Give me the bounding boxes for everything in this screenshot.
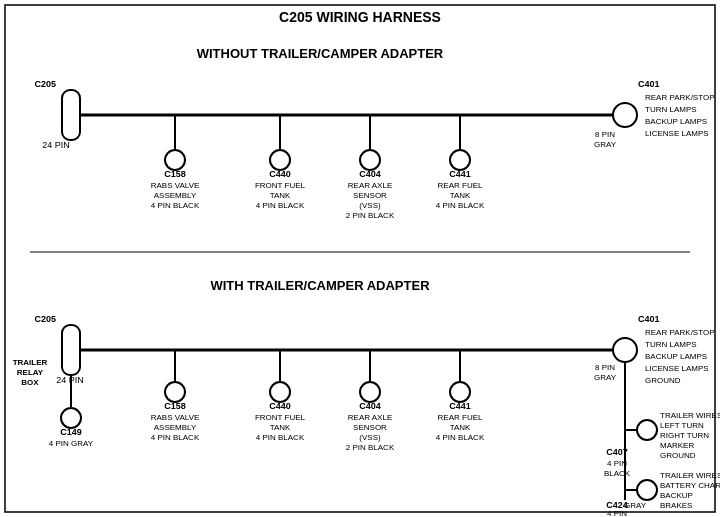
svg-rect-13	[62, 325, 80, 375]
c407-right1: TRAILER WIRES	[660, 411, 720, 420]
c401-sub-s2: 8 PIN	[595, 363, 615, 372]
c407-right3: RIGHT TURN	[660, 431, 709, 440]
c401-sub2-s1: GRAY	[594, 140, 617, 149]
c440-sub-s2: FRONT FUEL	[255, 413, 306, 422]
c401-right2-s1: TURN LAMPS	[645, 105, 697, 114]
c401-right1-s1: REAR PARK/STOP	[645, 93, 715, 102]
c205-label-s1: C205	[34, 79, 56, 89]
c401-id-s2: C401	[638, 314, 660, 324]
c158-sub2-s2: ASSEMBLY	[154, 423, 197, 432]
c149-sub: 4 PIN GRAY	[49, 439, 94, 448]
c205-sub-s1: 24 PIN	[42, 140, 70, 150]
c407-sub2: BLACK	[604, 469, 631, 478]
c424-gray: GRAY	[624, 501, 647, 510]
svg-point-24	[613, 338, 637, 362]
c407-sub: 4 PIN	[607, 459, 627, 468]
trailer-relay-label: TRAILER	[13, 358, 48, 367]
c441-id-s2: C441	[449, 401, 471, 411]
svg-point-21	[360, 382, 380, 402]
c404-id-s2: C404	[359, 401, 381, 411]
c149-id: C149	[60, 427, 82, 437]
c404-sub-s1: REAR AXLE	[348, 181, 392, 190]
section2-label: WITH TRAILER/CAMPER ADAPTER	[210, 278, 430, 293]
svg-point-15	[61, 408, 81, 428]
c441-sub-s2: REAR FUEL	[438, 413, 483, 422]
c158-id-s1: C158	[164, 169, 186, 179]
c424-right2: BATTERY CHARGE	[660, 481, 720, 490]
c441-sub3-s1: 4 PIN BLACK	[436, 201, 485, 210]
c424-right1: TRAILER WIRES	[660, 471, 720, 480]
svg-point-19	[270, 382, 290, 402]
c401-right1-s2: REAR PARK/STOP	[645, 328, 715, 337]
c401-sub2-s2: GRAY	[594, 373, 617, 382]
c407-right2: LEFT TURN	[660, 421, 704, 430]
c158-sub3-s1: 4 PIN BLACK	[151, 201, 200, 210]
c404-sub2-s1: SENSOR	[353, 191, 387, 200]
c401-right4-s1: LICENSE LAMPS	[645, 129, 709, 138]
c404-id-s1: C404	[359, 169, 381, 179]
c404-sub2-s2: SENSOR	[353, 423, 387, 432]
c401-right2-s2: TURN LAMPS	[645, 340, 697, 349]
c407-right5: GROUND	[660, 451, 696, 460]
c158-id-s2: C158	[164, 401, 186, 411]
c401-sub-s1: 8 PIN	[595, 130, 615, 139]
c158-sub-s1: RABS VALVE	[151, 181, 200, 190]
svg-point-9	[450, 150, 470, 170]
c440-sub3-s2: 4 PIN BLACK	[256, 433, 305, 442]
c404-sub3-s2: (VSS)	[359, 433, 381, 442]
c424-right4: BRAKES	[660, 501, 692, 510]
c158-sub2-s1: ASSEMBLY	[154, 191, 197, 200]
c401-right4-s2: LICENSE LAMPS	[645, 364, 709, 373]
c440-sub2-s2: TANK	[270, 423, 291, 432]
c404-sub4-s1: 2 PIN BLACK	[346, 211, 395, 220]
svg-point-27	[637, 420, 657, 440]
c404-sub-s2: REAR AXLE	[348, 413, 392, 422]
c401-id-s1: C401	[638, 79, 660, 89]
c401-right5-s2: GROUND	[645, 376, 681, 385]
svg-point-17	[165, 382, 185, 402]
c440-sub3-s1: 4 PIN BLACK	[256, 201, 305, 210]
c407-right4: MARKER	[660, 441, 694, 450]
c440-id-s1: C440	[269, 169, 291, 179]
svg-point-3	[165, 150, 185, 170]
svg-rect-1	[62, 90, 80, 140]
c404-sub3-s1: (VSS)	[359, 201, 381, 210]
c441-id-s1: C441	[449, 169, 471, 179]
c440-sub-s1: FRONT FUEL	[255, 181, 306, 190]
c441-sub2-s2: TANK	[450, 423, 471, 432]
c158-sub3-s2: 4 PIN BLACK	[151, 433, 200, 442]
c424-right3: BACKUP	[660, 491, 693, 500]
trailer-relay-label3: BOX	[21, 378, 39, 387]
c441-sub-s1: REAR FUEL	[438, 181, 483, 190]
svg-point-29	[637, 480, 657, 500]
c440-id-s2: C440	[269, 401, 291, 411]
svg-point-23	[450, 382, 470, 402]
wiring-diagram: C205 WIRING HARNESS WITHOUT TRAILER/CAMP…	[0, 0, 720, 517]
svg-point-7	[360, 150, 380, 170]
section1-label: WITHOUT TRAILER/CAMPER ADAPTER	[197, 46, 444, 61]
c441-sub2-s1: TANK	[450, 191, 471, 200]
c424-sub: 4 PIN	[607, 509, 627, 517]
svg-point-10	[613, 103, 637, 127]
trailer-relay-label2: RELAY	[17, 368, 44, 377]
svg-point-5	[270, 150, 290, 170]
c440-sub2-s1: TANK	[270, 191, 291, 200]
c205-label-s2: C205	[34, 314, 56, 324]
c158-sub-s2: RABS VALVE	[151, 413, 200, 422]
c401-right3-s1: BACKUP LAMPS	[645, 117, 707, 126]
diagram-title: C205 WIRING HARNESS	[279, 9, 441, 25]
c441-sub3-s2: 4 PIN BLACK	[436, 433, 485, 442]
c401-right3-s2: BACKUP LAMPS	[645, 352, 707, 361]
c404-sub4-s2: 2 PIN BLACK	[346, 443, 395, 452]
c407-id: C407	[606, 447, 628, 457]
